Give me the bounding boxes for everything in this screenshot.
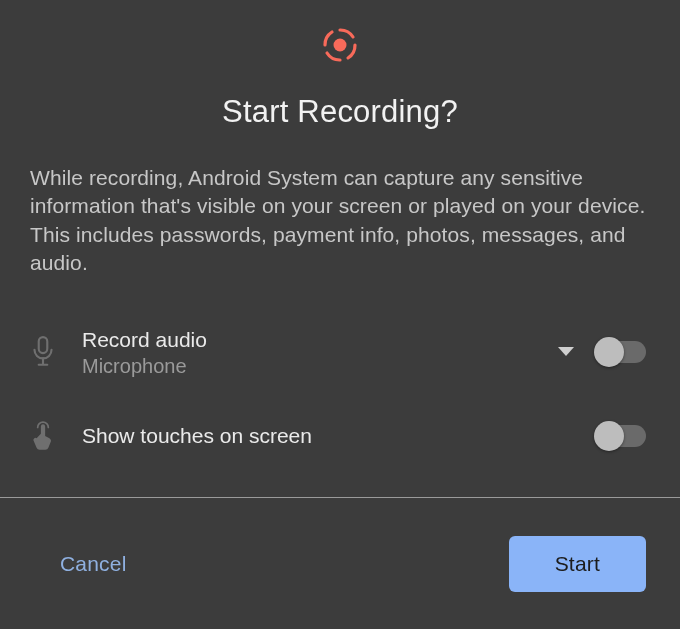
- record-audio-row[interactable]: Record audio Microphone: [30, 321, 650, 383]
- microphone-icon: [30, 336, 82, 368]
- chevron-down-icon: [558, 347, 574, 357]
- toggle-knob: [594, 337, 624, 367]
- audio-source-dropdown[interactable]: [536, 347, 596, 357]
- record-audio-text: Record audio Microphone: [82, 327, 536, 378]
- dialog-header: Start Recording?: [0, 0, 680, 130]
- warning-text: While recording, Android System can capt…: [0, 164, 680, 277]
- svg-rect-1: [39, 337, 48, 353]
- record-icon: [321, 26, 359, 64]
- record-audio-toggle[interactable]: [596, 341, 646, 363]
- show-touches-row[interactable]: Show touches on screen: [30, 405, 650, 467]
- start-recording-dialog: Start Recording? While recording, Androi…: [0, 0, 680, 629]
- record-audio-source: Microphone: [82, 355, 536, 378]
- show-touches-text: Show touches on screen: [82, 423, 596, 449]
- record-audio-label: Record audio: [82, 327, 536, 353]
- dialog-title: Start Recording?: [222, 94, 458, 130]
- dialog-actions: Cancel Start: [0, 498, 680, 629]
- svg-marker-4: [558, 347, 574, 356]
- touch-icon: [30, 420, 82, 452]
- show-touches-label: Show touches on screen: [82, 423, 596, 449]
- start-button[interactable]: Start: [509, 536, 646, 592]
- toggle-knob: [594, 421, 624, 451]
- svg-point-0: [334, 39, 347, 52]
- options-list: Record audio Microphone Show touches on: [0, 321, 680, 489]
- cancel-button[interactable]: Cancel: [34, 540, 153, 588]
- show-touches-toggle[interactable]: [596, 425, 646, 447]
